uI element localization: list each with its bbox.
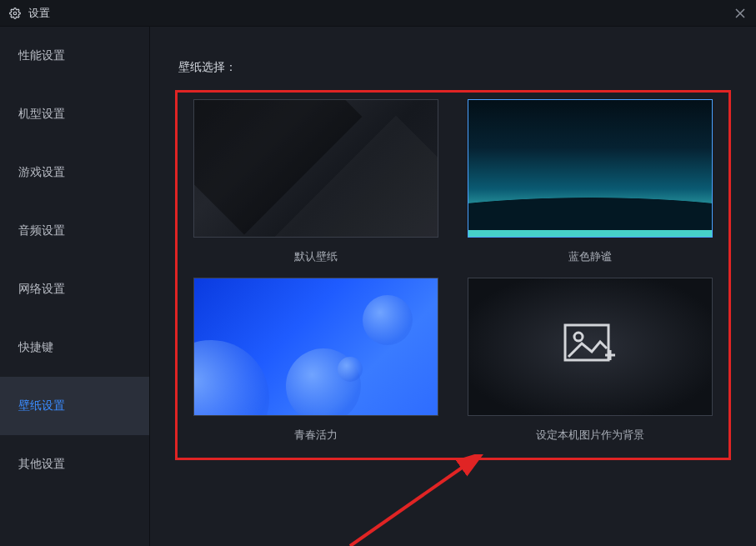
window-title: 设置 — [28, 6, 50, 21]
svg-point-0 — [13, 12, 17, 15]
sidebar-item-label: 壁纸设置 — [18, 398, 65, 413]
sidebar-item-other[interactable]: 其他设置 — [0, 435, 149, 493]
section-title: 壁纸选择： — [178, 60, 731, 75]
sidebar-item-label: 快捷键 — [18, 340, 53, 355]
close-icon[interactable] — [733, 6, 748, 21]
sidebar-item-wallpaper[interactable]: 壁纸设置 — [0, 377, 149, 435]
sidebar-item-audio[interactable]: 音频设置 — [0, 202, 149, 260]
wallpaper-label: 设定本机图片作为背景 — [536, 428, 644, 443]
gear-icon — [8, 7, 22, 20]
sidebar-item-label: 网络设置 — [18, 282, 65, 297]
wallpaper-thumb — [468, 99, 713, 238]
wallpaper-option-default[interactable]: 默认壁纸 — [189, 99, 443, 264]
sidebar-item-label: 性能设置 — [18, 48, 65, 63]
main-panel: 壁纸选择： 默认壁纸 蓝色静谧 — [150, 27, 756, 546]
titlebar: 设置 — [0, 0, 756, 27]
image-add-icon — [563, 323, 617, 370]
sidebar-item-label: 机型设置 — [18, 107, 65, 122]
sidebar-item-label: 音频设置 — [18, 223, 65, 238]
wallpaper-label: 青春活力 — [294, 428, 338, 443]
wallpaper-label: 蓝色静谧 — [568, 249, 612, 264]
sidebar-item-game[interactable]: 游戏设置 — [0, 143, 149, 202]
wallpaper-option-custom[interactable]: 设定本机图片作为背景 — [463, 278, 718, 443]
wallpaper-thumb — [468, 278, 713, 416]
svg-line-3 — [350, 464, 467, 546]
wallpaper-thumb — [193, 99, 438, 238]
sidebar-item-shortcuts[interactable]: 快捷键 — [0, 318, 149, 377]
wallpaper-option-youth[interactable]: 青春活力 — [189, 278, 443, 443]
wallpaper-thumb — [193, 278, 438, 416]
sidebar-item-performance[interactable]: 性能设置 — [0, 27, 149, 85]
sidebar-item-label: 游戏设置 — [18, 165, 65, 180]
sidebar-item-network[interactable]: 网络设置 — [0, 260, 149, 318]
annotation-arrow-icon — [342, 454, 508, 546]
sidebar-item-model[interactable]: 机型设置 — [0, 85, 149, 143]
sidebar: 性能设置 机型设置 游戏设置 音频设置 网络设置 快捷键 壁纸设置 其他设置 — [0, 27, 150, 546]
wallpaper-option-blue-calm[interactable]: 蓝色静谧 — [463, 99, 718, 264]
svg-point-2 — [574, 333, 583, 341]
annotation-highlight-box: 默认壁纸 蓝色静谧 青春活力 — [175, 90, 731, 460]
wallpaper-label: 默认壁纸 — [294, 249, 338, 264]
sidebar-item-label: 其他设置 — [18, 457, 65, 472]
